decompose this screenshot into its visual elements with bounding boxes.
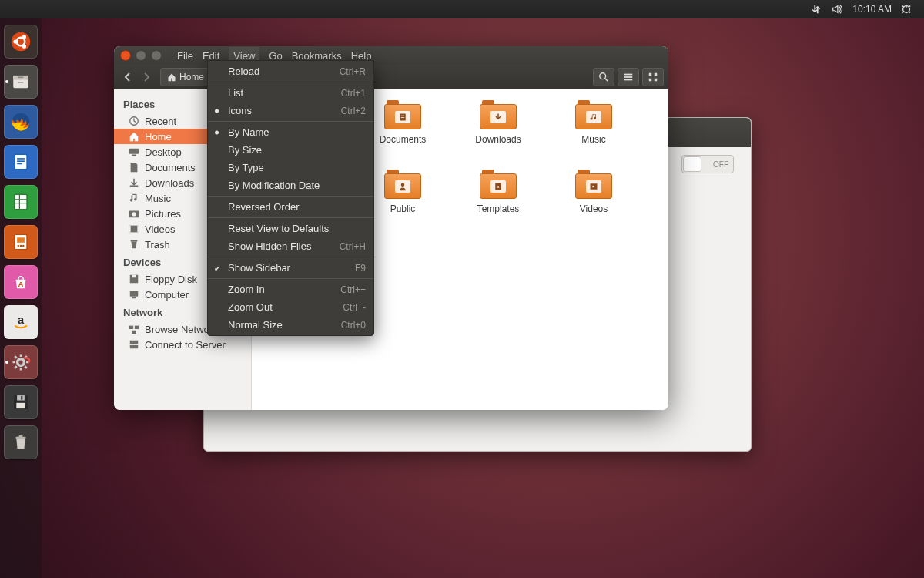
sound-indicator[interactable]	[831, 4, 843, 15]
menu-item-show-hidden-files[interactable]: Show Hidden FilesCtrl+H	[208, 237, 373, 255]
menu-separator	[208, 217, 373, 218]
svg-rect-35	[624, 79, 633, 81]
floppy-icon	[128, 273, 140, 285]
menu-separator	[208, 196, 373, 197]
menu-item-icons[interactable]: IconsCtrl+2	[208, 102, 373, 119]
menu-item-normal-size[interactable]: Normal SizeCtrl+0	[208, 316, 373, 334]
menu-item-label: By Size	[228, 144, 262, 156]
folder-label: Videos	[580, 203, 608, 214]
folder-videos[interactable]: Videos	[546, 170, 641, 236]
launcher-software[interactable]: A	[4, 265, 38, 299]
svg-rect-9	[18, 82, 24, 83]
nav-forward-button[interactable]	[138, 69, 155, 86]
video-icon	[128, 223, 140, 235]
fm-titlebar[interactable]: FileEditViewGoBookmarksHelp	[114, 46, 668, 65]
menu-item-zoom-out[interactable]: Zoom OutCtrl+-	[208, 298, 373, 316]
menu-item-label: Zoom Out	[228, 301, 273, 313]
folder-templates[interactable]: aTemplates	[450, 170, 546, 236]
maximize-button[interactable]	[151, 50, 162, 61]
launcher-settings[interactable]	[4, 345, 38, 379]
launcher-calc[interactable]	[4, 185, 38, 219]
close-button[interactable]	[120, 50, 131, 61]
menu-item-reset-view-to-defaults[interactable]: Reset View to Defaults	[208, 220, 373, 237]
launcher-files[interactable]	[4, 65, 38, 99]
sidebar-item-label: Floppy Disk	[145, 274, 197, 285]
svg-rect-59	[401, 115, 405, 116]
svg-rect-15	[17, 163, 22, 165]
settings-toggle[interactable]: OFF	[681, 155, 734, 173]
nav-back-button[interactable]	[119, 69, 136, 86]
network-icon	[128, 323, 140, 335]
menu-separator	[208, 257, 373, 257]
menu-item-by-modification-date[interactable]: By Modification Date	[208, 176, 373, 194]
launcher-trash[interactable]	[4, 425, 38, 459]
menu-item-label: Reversed Order	[228, 201, 299, 213]
menu-item-accel: Ctrl++	[340, 284, 366, 295]
session-indicator[interactable]	[901, 4, 912, 15]
svg-rect-8	[18, 77, 24, 79]
svg-rect-48	[131, 240, 138, 242]
svg-point-19	[18, 245, 19, 247]
svg-rect-51	[130, 291, 139, 297]
menu-item-label: By Modification Date	[228, 180, 320, 191]
search-button[interactable]	[593, 68, 614, 86]
menu-item-accel: Ctrl+0	[341, 320, 366, 331]
svg-rect-47	[137, 226, 139, 233]
menu-item-label: Icons	[228, 105, 252, 116]
svg-rect-54	[135, 326, 139, 329]
launcher-firefox[interactable]	[4, 105, 38, 139]
svg-rect-37	[654, 73, 658, 76]
folder-downloads[interactable]: Downloads	[450, 100, 546, 166]
menu-separator	[208, 121, 373, 122]
menu-file[interactable]: File	[177, 50, 193, 62]
launcher-impress[interactable]	[4, 225, 38, 259]
menu-item-reload[interactable]: ReloadCtrl+R	[208, 62, 373, 80]
svg-point-4	[22, 35, 26, 39]
svg-rect-28	[16, 403, 25, 408]
clock[interactable]: 10:10 AM	[852, 4, 892, 15]
svg-point-25	[18, 360, 22, 364]
svg-rect-60	[401, 117, 405, 118]
launcher: Aa	[0, 18, 42, 578]
menu-item-show-sidebar[interactable]: ✔Show SidebarF9	[208, 259, 373, 277]
top-panel: 10:10 AM	[0, 0, 924, 18]
sidebar-item-label: Music	[145, 193, 171, 204]
menu-item-reversed-order[interactable]: Reversed Order	[208, 198, 373, 216]
launcher-dash[interactable]	[4, 25, 38, 59]
launcher-writer[interactable]	[4, 145, 38, 179]
svg-rect-55	[132, 331, 136, 334]
view-list-button[interactable]	[618, 68, 639, 86]
svg-point-3	[13, 39, 17, 43]
svg-rect-42	[132, 155, 136, 156]
menu-item-list[interactable]: ListCtrl+1	[208, 84, 373, 102]
menu-item-accel: Ctrl+1	[341, 88, 366, 99]
sidebar-item-label: Connect to Server	[145, 339, 226, 351]
svg-point-32	[600, 73, 606, 79]
minimize-button[interactable]	[136, 50, 146, 61]
menu-item-by-type[interactable]: By Type	[208, 159, 373, 176]
network-indicator[interactable]	[811, 4, 822, 15]
menu-item-label: Show Hidden Files	[228, 240, 311, 252]
home-icon	[128, 130, 140, 143]
folder-label: Documents	[380, 134, 427, 145]
svg-rect-52	[132, 297, 136, 299]
view-grid-button[interactable]	[642, 68, 664, 86]
folder-music[interactable]: Music	[546, 100, 641, 166]
computer-icon	[128, 288, 140, 301]
location-bar[interactable]: Home	[160, 68, 211, 86]
launcher-amazon[interactable]: a	[4, 305, 38, 339]
sidebar-item-connect-to-server[interactable]: Connect to Server	[114, 337, 251, 352]
svg-rect-36	[649, 73, 652, 76]
svg-rect-18	[17, 237, 25, 243]
menu-item-zoom-in[interactable]: Zoom InCtrl++	[208, 281, 373, 298]
menu-item-accel: Ctrl+2	[341, 106, 366, 116]
svg-point-21	[22, 245, 24, 247]
launcher-save[interactable]	[4, 385, 38, 419]
menu-item-accel: F9	[355, 263, 366, 274]
svg-rect-29	[21, 396, 22, 400]
menu-item-by-size[interactable]: By Size	[208, 141, 373, 159]
svg-rect-31	[19, 435, 23, 437]
menu-item-by-name[interactable]: By Name	[208, 123, 373, 141]
svg-point-44	[132, 212, 136, 216]
sidebar-item-label: Documents	[145, 162, 196, 173]
